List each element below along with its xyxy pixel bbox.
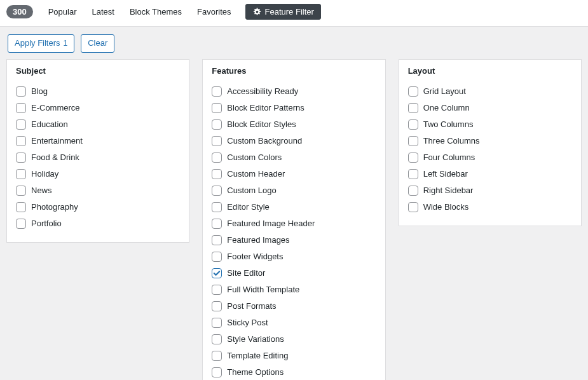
checkbox-icon[interactable]	[16, 153, 26, 163]
checkbox-icon[interactable]	[16, 119, 26, 130]
checkbox-icon[interactable]	[212, 86, 222, 97]
filter-option-label: Editor Style	[227, 202, 269, 212]
filter-options-layout: Grid LayoutOne ColumnTwo ColumnsThree Co…	[408, 83, 572, 215]
apply-count: 1	[64, 37, 68, 50]
checkbox-icon[interactable]	[16, 86, 26, 97]
theme-count-badge: 300	[6, 5, 33, 18]
filter-box-layout: Layout Grid LayoutOne ColumnTwo ColumnsT…	[399, 59, 582, 226]
filter-option[interactable]: Left Sidebar	[408, 166, 572, 182]
checkbox-icon[interactable]	[408, 202, 418, 212]
checkbox-icon[interactable]	[408, 103, 418, 113]
tab-latest[interactable]: Latest	[85, 7, 122, 17]
checkbox-icon[interactable]	[212, 219, 222, 229]
filter-option[interactable]: Photography	[16, 199, 180, 215]
filter-option[interactable]: News	[16, 182, 180, 199]
filter-option[interactable]: Site Editor	[212, 265, 376, 282]
checkbox-icon[interactable]	[408, 86, 418, 97]
checkbox-icon[interactable]	[16, 136, 26, 146]
checkbox-icon[interactable]	[408, 186, 418, 196]
filter-option[interactable]: Featured Image Header	[212, 215, 376, 232]
tab-favorites[interactable]: Favorites	[189, 7, 238, 17]
filter-option[interactable]: Footer Widgets	[212, 248, 376, 265]
filter-option[interactable]: E-Commerce	[16, 100, 180, 116]
filter-option[interactable]: Sticky Post	[212, 315, 376, 331]
filter-option[interactable]: Three Columns	[408, 133, 572, 149]
filter-option[interactable]: Post Formats	[212, 298, 376, 315]
filter-box-subject: Subject BlogE-CommerceEducationEntertain…	[6, 59, 189, 243]
filter-option[interactable]: Block Editor Styles	[212, 116, 376, 133]
filter-title-subject: Subject	[16, 66, 180, 76]
filter-option-label: Custom Logo	[227, 186, 276, 195]
filter-option[interactable]: Grid Layout	[408, 83, 572, 100]
checkbox-icon[interactable]	[212, 301, 222, 311]
checkbox-icon[interactable]	[212, 202, 222, 212]
checkbox-icon[interactable]	[212, 136, 222, 146]
filter-option[interactable]: Entertainment	[16, 133, 180, 149]
filter-option-label: Four Columns	[423, 153, 475, 162]
checkbox-icon[interactable]	[16, 219, 26, 229]
checkbox-icon[interactable]	[212, 103, 222, 113]
checkbox-icon[interactable]	[16, 169, 26, 179]
filter-option[interactable]: Custom Logo	[212, 182, 376, 199]
filter-option[interactable]: Full Width Template	[212, 282, 376, 298]
filter-option[interactable]: Two Columns	[408, 116, 572, 133]
filter-option[interactable]: One Column	[408, 100, 572, 116]
filter-option[interactable]: Holiday	[16, 166, 180, 182]
apply-filters-button-top[interactable]: Apply Filters 1	[8, 34, 74, 53]
filter-option-label: Left Sidebar	[423, 169, 468, 179]
tab-popular[interactable]: Popular	[41, 7, 85, 17]
checkbox-icon[interactable]	[212, 285, 222, 295]
checkbox-icon[interactable]	[212, 119, 222, 130]
checkbox-icon[interactable]	[212, 318, 222, 328]
filter-option-label: Accessibility Ready	[227, 86, 298, 96]
tab-block-themes[interactable]: Block Themes	[122, 7, 189, 17]
checkbox-icon[interactable]	[408, 153, 418, 163]
filter-options-subject: BlogE-CommerceEducationEntertainmentFood…	[16, 83, 180, 232]
filter-option[interactable]: Portfolio	[16, 215, 180, 232]
checkbox-icon[interactable]	[16, 103, 26, 113]
filter-option[interactable]: Accessibility Ready	[212, 83, 376, 100]
filter-option-label: Post Formats	[227, 301, 276, 311]
filter-option[interactable]: Style Variations	[212, 331, 376, 348]
filter-option[interactable]: Custom Header	[212, 166, 376, 182]
checkbox-icon[interactable]	[212, 186, 222, 196]
filter-option[interactable]: Blog	[16, 83, 180, 100]
filter-option-label: Grid Layout	[423, 86, 466, 96]
checkbox-icon[interactable]	[408, 119, 418, 130]
filter-option-label: Portfolio	[31, 219, 62, 228]
filter-option[interactable]: Theme Options	[212, 364, 376, 380]
filter-option-label: One Column	[423, 103, 470, 112]
filter-option-label: Custom Header	[227, 169, 285, 179]
filter-option[interactable]: Education	[16, 116, 180, 133]
filter-option[interactable]: Four Columns	[408, 149, 572, 166]
filter-option[interactable]: Template Editing	[212, 348, 376, 364]
checkbox-icon[interactable]	[408, 136, 418, 146]
checkbox-icon[interactable]	[212, 334, 222, 344]
filter-option-label: Template Editing	[227, 351, 288, 360]
filter-option[interactable]: Food & Drink	[16, 149, 180, 166]
filter-option[interactable]: Custom Background	[212, 133, 376, 149]
top-tab-bar: 300 Popular Latest Block Themes Favorite…	[0, 0, 588, 27]
checkbox-icon[interactable]	[212, 351, 222, 361]
filter-title-layout: Layout	[408, 66, 572, 76]
checkbox-icon[interactable]	[212, 252, 222, 262]
filter-option-label: Site Editor	[227, 268, 265, 278]
filter-option[interactable]: Featured Images	[212, 232, 376, 248]
checkbox-icon[interactable]	[16, 186, 26, 196]
checkbox-icon[interactable]	[408, 169, 418, 179]
clear-button-top[interactable]: Clear	[81, 34, 114, 53]
filter-option[interactable]: Wide Blocks	[408, 199, 572, 215]
checkbox-icon[interactable]	[212, 367, 222, 377]
filter-option[interactable]: Custom Colors	[212, 149, 376, 166]
checkbox-icon[interactable]	[16, 202, 26, 212]
checkbox-icon[interactable]	[212, 153, 222, 163]
filter-option[interactable]: Right Sidebar	[408, 182, 572, 199]
filter-option-label: Food & Drink	[31, 153, 79, 162]
filter-option[interactable]: Editor Style	[212, 199, 376, 215]
filter-option-label: Blog	[31, 86, 48, 96]
checkbox-icon[interactable]	[212, 169, 222, 179]
checkbox-icon[interactable]	[212, 235, 222, 245]
checkbox-icon[interactable]	[212, 268, 222, 278]
filter-option[interactable]: Block Editor Patterns	[212, 100, 376, 116]
feature-filter-button[interactable]: Feature Filter	[245, 4, 321, 20]
